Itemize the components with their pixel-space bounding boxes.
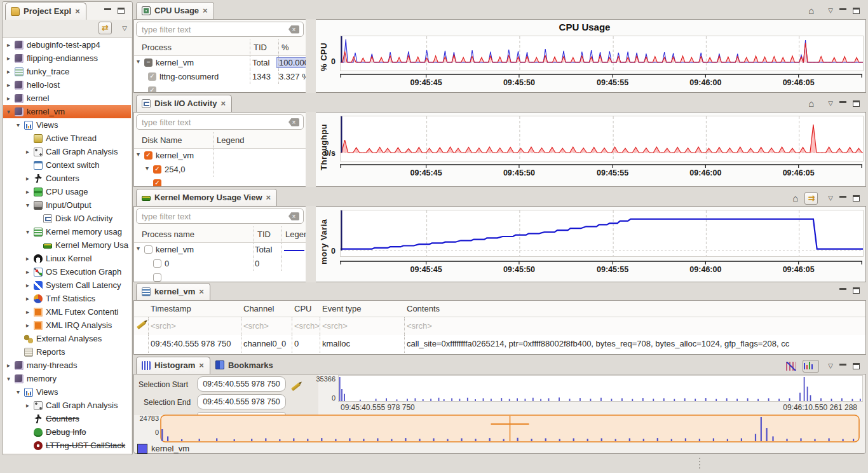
collapsed-arrow-icon[interactable]: ▸ bbox=[26, 268, 34, 275]
search-cell[interactable]: <srch> bbox=[151, 321, 176, 331]
collapsed-arrow-icon[interactable]: ▸ bbox=[26, 282, 34, 289]
clear-filter-icon[interactable]: × bbox=[288, 25, 299, 34]
search-cell[interactable]: <srch> bbox=[294, 321, 320, 331]
tree-item-system-call-latency[interactable]: ▸System Call Latency bbox=[3, 278, 131, 292]
tree-item-call-graph-analysis[interactable]: ▸Call Graph Analysis bbox=[3, 399, 131, 412]
checkbox-orange[interactable]: ✓ bbox=[153, 165, 161, 174]
tree-item-kernel-memory-usag[interactable]: ▾Kernel memory usag bbox=[3, 225, 131, 238]
col-disk-name[interactable]: Disk Name bbox=[142, 135, 182, 145]
expanded-arrow-icon[interactable]: ▾ bbox=[17, 388, 24, 395]
checkbox-orange[interactable]: ✓ bbox=[153, 179, 161, 186]
cpu-chart-plot[interactable] bbox=[340, 36, 864, 71]
collapsed-arrow-icon[interactable]: ▸ bbox=[26, 402, 34, 409]
clear-filter-icon[interactable]: × bbox=[288, 118, 299, 127]
mem-chart-plot[interactable] bbox=[340, 210, 864, 257]
tree-item-lttng-ust-callstack[interactable]: LTTng-UST CallStack bbox=[3, 439, 131, 452]
collapsed-arrow-icon[interactable]: ▸ bbox=[7, 95, 15, 102]
expanded-arrow-icon[interactable]: ▾ bbox=[26, 202, 34, 209]
close-icon[interactable]: × bbox=[199, 362, 204, 369]
collapsed-arrow-icon[interactable]: ▸ bbox=[26, 322, 34, 329]
collapsed-arrow-icon[interactable]: ▸ bbox=[7, 81, 15, 88]
tree-item-kernel-memory-usa[interactable]: Kernel Memory Usa bbox=[3, 238, 131, 252]
collapsed-arrow-icon[interactable]: ▸ bbox=[7, 68, 15, 75]
tree-item-debuginfo-test-app4[interactable]: ▸debuginfo-test-app4 bbox=[3, 38, 131, 51]
follow-time-updates-icon[interactable]: ⇉ bbox=[804, 192, 818, 205]
tree-item-call-graph-analysis[interactable]: ▸Call Graph Analysis bbox=[3, 145, 131, 158]
tree-item-xml-futex-contenti[interactable]: ▸XML Futex Contenti bbox=[3, 305, 131, 319]
col-channel[interactable]: Channel bbox=[243, 304, 274, 313]
expanded-arrow-icon[interactable]: ▾ bbox=[137, 151, 144, 158]
table-row[interactable]: ▾kernel_vmTotal bbox=[134, 243, 306, 257]
collapsed-arrow-icon[interactable]: ▸ bbox=[26, 148, 34, 155]
selection-start-box[interactable]: 09:45:40.555 978 750 bbox=[197, 376, 286, 392]
tree-item-kernel[interactable]: ▸kernel bbox=[3, 92, 131, 105]
tree-item-views[interactable]: ▾Views bbox=[3, 385, 131, 399]
reset-scale-home-icon[interactable]: ⌂ bbox=[808, 99, 814, 108]
expanded-arrow-icon[interactable]: ▾ bbox=[146, 165, 153, 172]
tree-item-external-analyses[interactable]: External Analyses bbox=[3, 332, 131, 345]
collapsed-arrow-icon[interactable]: ▸ bbox=[26, 295, 34, 302]
tree-item-kernel-vm[interactable]: ▾kernel_vm bbox=[3, 105, 131, 118]
link-with-editor-icon[interactable]: ⇄ bbox=[98, 22, 112, 34]
full-range-histogram[interactable] bbox=[160, 415, 860, 442]
col-event-type[interactable]: Event type bbox=[322, 304, 361, 313]
close-icon[interactable]: × bbox=[203, 8, 208, 14]
maximize-icon[interactable] bbox=[853, 363, 860, 369]
search-cell[interactable]: <srch> bbox=[243, 321, 269, 331]
tree-item-xml-irq-analysis[interactable]: ▸XML IRQ Analysis bbox=[3, 319, 131, 332]
clear-filter-icon[interactable]: × bbox=[288, 212, 299, 221]
checkbox-empty[interactable] bbox=[153, 273, 161, 282]
table-row[interactable]: <srch><srch><srch><srch><srch> bbox=[134, 317, 865, 335]
col-process-name[interactable]: Process name bbox=[142, 230, 194, 239]
tree-item-context-switch[interactable]: Context switch bbox=[3, 158, 131, 172]
tree-item-counters[interactable]: Counters bbox=[3, 412, 131, 425]
tab-disk-io[interactable]: Disk I/O Activity × bbox=[136, 95, 232, 112]
col-tid[interactable]: TID bbox=[257, 230, 271, 239]
disk-filter-input[interactable] bbox=[137, 118, 288, 127]
tree-item-debug-info[interactable]: Debug Info bbox=[3, 425, 131, 439]
collapsed-arrow-icon[interactable]: ▸ bbox=[26, 255, 34, 262]
checkbox-checked[interactable]: ✓ bbox=[148, 72, 156, 81]
checkbox-checked[interactable]: ✓ bbox=[148, 86, 156, 92]
show-traces-icon[interactable] bbox=[803, 360, 819, 373]
minimize-icon[interactable] bbox=[104, 8, 111, 14]
tree-item-many-threads[interactable]: ▸many-threads bbox=[3, 359, 131, 372]
memory-filter-input[interactable] bbox=[137, 212, 288, 221]
col-legend[interactable]: Legend bbox=[217, 135, 244, 145]
minimize-icon[interactable] bbox=[839, 288, 846, 294]
collapsed-arrow-icon[interactable]: ▸ bbox=[26, 175, 34, 182]
search-cell[interactable]: <srch> bbox=[322, 321, 348, 331]
tab-events-kernel-vm[interactable]: kernel_vm × bbox=[136, 283, 210, 300]
tree-item-disk-i-o-activity[interactable]: Disk I/O Activity bbox=[3, 212, 131, 225]
col-pct[interactable]: % bbox=[281, 43, 289, 52]
tree-item-flipping-endianness[interactable]: ▸flipping-endianness bbox=[3, 51, 131, 65]
expanded-arrow-icon[interactable]: ▾ bbox=[17, 121, 24, 128]
tab-project-explorer[interactable]: Project Expl × bbox=[5, 3, 86, 20]
minimize-icon[interactable] bbox=[839, 8, 846, 14]
table-row[interactable]: ▾–kernel_vmTotal100.000 bbox=[134, 56, 306, 70]
close-icon[interactable]: × bbox=[75, 8, 80, 15]
collapsed-arrow-icon[interactable]: ▸ bbox=[26, 308, 34, 315]
view-menu-icon[interactable]: ▽ bbox=[828, 99, 833, 108]
maximize-icon[interactable] bbox=[853, 195, 860, 202]
tree-item-hello-lost[interactable]: ▸hello-lost bbox=[3, 78, 131, 92]
table-row[interactable]: ▾✓kernel_vm bbox=[134, 149, 306, 163]
view-menu-icon[interactable]: ▽ bbox=[122, 24, 127, 33]
zoom-histogram[interactable] bbox=[338, 375, 863, 402]
expanded-arrow-icon[interactable]: ▾ bbox=[137, 58, 144, 65]
tree-item-funky-trace[interactable]: ▸funky_trace bbox=[3, 65, 131, 78]
cpu-filter-input[interactable] bbox=[137, 25, 288, 34]
close-icon[interactable]: × bbox=[266, 195, 271, 201]
table-row[interactable]: ▾✓254,0 bbox=[134, 163, 306, 177]
view-menu-icon[interactable]: ▽ bbox=[828, 362, 833, 371]
view-menu-icon[interactable]: ▽ bbox=[828, 194, 833, 203]
tree-item-cpu-usage[interactable]: ▸CPU usage bbox=[3, 185, 131, 198]
tab-bookmarks[interactable]: Bookmarks bbox=[210, 357, 279, 374]
collapsed-arrow-icon[interactable]: ▸ bbox=[7, 55, 15, 62]
col-cpu[interactable]: CPU bbox=[294, 304, 311, 313]
col-contents[interactable]: Contents bbox=[407, 304, 440, 313]
table-row[interactable]: ✓lttng-consumerd13433.327 % bbox=[134, 70, 306, 84]
tree-item-input-output[interactable]: ▾Input/Output bbox=[3, 198, 131, 212]
disk-chart-plot[interactable] bbox=[340, 116, 864, 161]
reset-scale-home-icon[interactable]: ⌂ bbox=[792, 194, 798, 203]
